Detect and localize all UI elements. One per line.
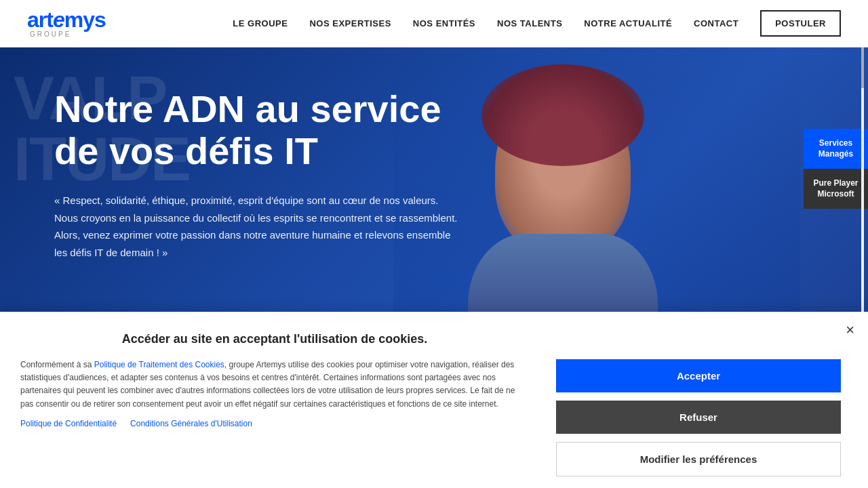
cookie-footer-links: Politique de Confidentialité Conditions … <box>20 419 529 428</box>
cookie-body-intro: Conformément à sa <box>20 360 94 369</box>
nav-contact[interactable]: CONTACT <box>694 18 738 28</box>
cookie-policy-link[interactable]: Politique de Traitement des Cookies <box>94 360 224 369</box>
logo-groupe: GROUPE <box>30 30 71 38</box>
hero-quote: « Respect, solidarité, éthique, proximit… <box>54 192 461 261</box>
cookie-right-panel: Accepter Refuser Modifier les préférence… <box>556 332 841 476</box>
cookie-refuse-button[interactable]: Refuser <box>556 401 841 434</box>
hero-content: Notre ADN au service de vos défis IT « R… <box>54 88 461 261</box>
side-tab-pure-player-microsoft[interactable]: Pure Player Microsoft <box>804 169 868 209</box>
main-nav: LE GROUPE NOS EXPERTISES NOS ENTITÉS NOS… <box>233 10 841 37</box>
nav-nos-talents[interactable]: NOS TALENTS <box>497 18 562 28</box>
logo[interactable]: artemys GROUPE <box>27 9 106 38</box>
logo-text: artemys <box>27 9 106 30</box>
postuler-button[interactable]: POSTULER <box>760 10 841 37</box>
cookie-title: Accéder au site en acceptant l'utilisati… <box>20 332 529 346</box>
cookie-close-button[interactable]: × <box>846 323 854 338</box>
site-header: artemys GROUPE LE GROUPE NOS EXPERTISES … <box>0 0 868 47</box>
nav-nos-expertises[interactable]: NOS EXPERTISES <box>309 18 391 28</box>
side-tab-services-manages[interactable]: Services Managés <box>804 129 868 169</box>
side-tabs: Services Managés Pure Player Microsoft <box>804 129 868 209</box>
hero-title: Notre ADN au service de vos défis IT <box>54 88 461 171</box>
cookie-body-text: Conformément à sa Politique de Traitemen… <box>20 359 529 411</box>
cookie-cgu-link[interactable]: Conditions Générales d'Utilisation <box>130 419 252 428</box>
nav-le-groupe[interactable]: LE GROUPE <box>233 18 288 28</box>
cookie-confidentialite-link[interactable]: Politique de Confidentialité <box>20 419 117 428</box>
nav-notre-actualite[interactable]: NOTRE ACTUALITÉ <box>584 18 672 28</box>
nav-nos-entites[interactable]: NOS ENTITÉS <box>413 18 475 28</box>
cookie-left-panel: Accéder au site en acceptant l'utilisati… <box>20 332 529 428</box>
cookie-accept-button[interactable]: Accepter <box>556 359 841 392</box>
cookie-modify-button[interactable]: Modifier les préférences <box>556 442 841 476</box>
scroll-thumb <box>861 47 864 88</box>
cookie-banner: × Accéder au site en acceptant l'utilisa… <box>0 312 868 488</box>
